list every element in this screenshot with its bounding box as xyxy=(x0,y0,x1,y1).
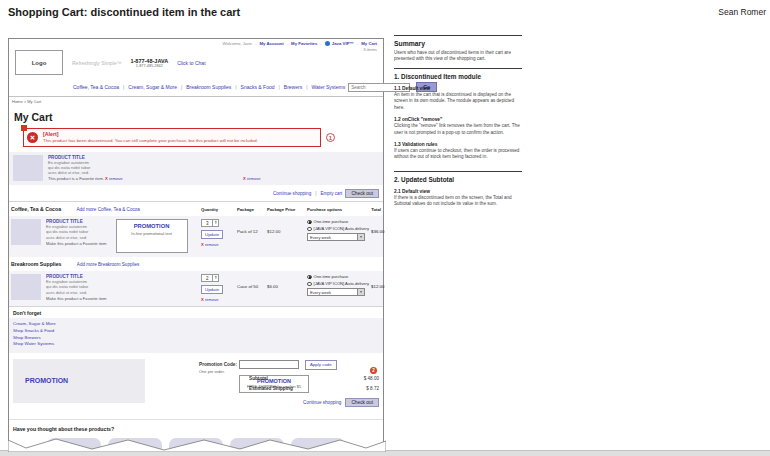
frequency-select[interactable]: Every week ▼ xyxy=(307,288,365,296)
annotation-marker-1: 1 xyxy=(326,133,335,142)
column-purchase-options: Purchase options xyxy=(307,207,369,212)
nav-cream-sugar[interactable]: Cream, Sugar & More xyxy=(128,84,177,90)
nav-snacks-food[interactable]: Snacks & Food xyxy=(241,84,275,90)
cart-wireframe: Welcome, Jane - My Account - My Favorite… xyxy=(8,38,384,442)
column-total: Total xyxy=(371,207,381,212)
shop-brewers-link[interactable]: Shop Brewers xyxy=(13,335,41,340)
divider xyxy=(394,171,522,172)
checkout-button[interactable]: Check out xyxy=(345,189,379,198)
continue-shopping-link[interactable]: Continue shopping xyxy=(303,400,341,405)
summary-intro: Users who have out of discontinued items… xyxy=(394,50,522,63)
quantity-value[interactable]: 2 xyxy=(202,275,212,281)
empty-cart-link[interactable]: Empty cart xyxy=(320,191,342,196)
separator: | xyxy=(315,191,316,196)
remove-x-icon: X xyxy=(243,176,246,181)
nav-brewers[interactable]: Brewers xyxy=(284,84,302,90)
breadcrumb[interactable]: Home > My Cart xyxy=(9,97,383,104)
remove-link-secondary[interactable]: remove xyxy=(247,176,261,181)
logo[interactable]: Logo xyxy=(15,50,63,75)
subtotal-value: $ 48.00 xyxy=(364,376,379,381)
torn-edge xyxy=(8,436,386,452)
auto-delivery-radio[interactable] xyxy=(307,282,312,287)
quantity-stepper[interactable]: 2 ▲ ▼ xyxy=(201,274,219,282)
welcome-text: Welcome, Jane xyxy=(222,41,252,46)
frequency-value: Every week xyxy=(308,235,357,240)
product-desc-line: aces dolut ut etur, sed. xyxy=(46,290,107,295)
spec-page: Shopping Cart: discontinued item in the … xyxy=(0,0,770,456)
shop-snacks-food-link[interactable]: Shop Snacks & Food xyxy=(13,328,54,333)
chevron-down-icon[interactable]: ▼ xyxy=(357,234,364,240)
cart-item-row: PRODUCT TITLE Ex esgtabor autatenim qui … xyxy=(9,216,383,257)
nav-water-systems[interactable]: Water Systems xyxy=(311,84,345,90)
click-to-chat-link[interactable]: Click to Chat xyxy=(177,60,205,66)
shop-cream-sugar-link[interactable]: Cream, Sugar & More xyxy=(13,321,56,326)
favorite-note: This product is a Favorite item. xyxy=(48,176,104,181)
my-cart-link[interactable]: My Cart xyxy=(361,41,377,46)
section-name: Breakroom Supplies xyxy=(11,261,61,267)
annotation-item-label: 1.3 Validation rules xyxy=(394,142,522,147)
continue-shopping-link[interactable]: Continue shopping xyxy=(273,191,311,196)
promo-code-input[interactable] xyxy=(239,360,299,369)
auto-delivery-radio[interactable] xyxy=(307,227,312,232)
update-button[interactable]: Update xyxy=(201,230,223,239)
product-desc-line: aces dolut ut etur, sed. xyxy=(46,235,107,240)
utility-nav: Welcome, Jane - My Account - My Favorite… xyxy=(222,41,377,52)
annotation-item-label: 1.2 onClick "remove" xyxy=(394,117,522,122)
apply-code-button[interactable]: Apply code xyxy=(305,360,337,370)
my-account-link[interactable]: My Account xyxy=(259,41,283,46)
section-header-breakroom: Breakroom Supplies Add more Breakroom Su… xyxy=(9,257,383,269)
separator: | xyxy=(181,84,182,90)
one-time-label: One-time purchase xyxy=(314,219,349,224)
remove-link[interactable]: remove xyxy=(109,176,123,181)
quantity-value[interactable]: 3 xyxy=(202,220,212,226)
annotation-section-heading: 1. Discontinued Item module xyxy=(394,73,522,80)
shop-water-systems-link[interactable]: Shop Water Systems xyxy=(13,341,54,346)
annotation-item-label: 2.1 Default view xyxy=(394,189,522,194)
frequency-select[interactable]: Every week ▼ xyxy=(307,233,365,241)
separator: | xyxy=(235,84,236,90)
nav-coffee-tea-cocoa[interactable]: Coffee, Tea & Cocoa xyxy=(73,84,119,90)
one-time-radio[interactable] xyxy=(307,275,312,280)
update-button[interactable]: Update xyxy=(201,285,223,294)
remove-x-icon: X xyxy=(105,176,108,181)
section-name: Coffee, Tea & Cocoa xyxy=(11,206,61,212)
java-vip-link[interactable]: Java VIP™ xyxy=(332,41,354,46)
package-price-value: $6.00 xyxy=(267,274,305,302)
tagline: Refreshingly Simple™ xyxy=(72,60,121,66)
remove-link[interactable]: remove xyxy=(205,297,219,302)
package-value: Pack of 12 xyxy=(237,219,265,253)
one-time-label: One-time purchase xyxy=(314,274,349,279)
inline-promotion: PROMOTION In-line promotional text xyxy=(116,219,188,253)
promotion-title: PROMOTION xyxy=(25,377,68,384)
alert-flag-icon xyxy=(21,125,27,131)
checkout-button[interactable]: Check out xyxy=(345,398,379,407)
one-time-radio[interactable] xyxy=(307,220,312,225)
product-thumbnail xyxy=(11,219,41,245)
promo-code-label: Promotion Code: xyxy=(199,362,237,367)
frequency-value: Every week xyxy=(308,290,357,295)
auto-delivery-label: [JAVA VIP ICON] Auto-delivery xyxy=(314,226,370,231)
separator: | xyxy=(278,84,279,90)
separator: | xyxy=(123,84,124,90)
remove-x-icon: X xyxy=(201,242,204,247)
quantity-down-icon[interactable]: ▼ xyxy=(214,278,217,281)
chevron-down-icon[interactable]: ▼ xyxy=(357,289,364,295)
my-favorites-link[interactable]: My Favorites xyxy=(291,41,317,46)
make-favorite-link[interactable]: Make this product a Favorite item xyxy=(46,296,107,301)
make-favorite-link[interactable]: Make this product a Favorite item xyxy=(46,241,107,246)
product-thumbnail xyxy=(13,155,43,181)
discontinued-alert: ✕ [Alert] This product has been disconti… xyxy=(23,128,321,147)
column-package: Package xyxy=(237,207,265,212)
separator: - xyxy=(357,41,358,46)
page-title: Shopping Cart: discontinued item in the … xyxy=(8,6,240,18)
quantity-down-icon[interactable]: ▼ xyxy=(214,223,217,226)
remove-link[interactable]: remove xyxy=(205,242,219,247)
quantity-stepper[interactable]: 3 ▲ ▼ xyxy=(201,219,219,227)
divider xyxy=(394,35,522,36)
nav-breakroom-supplies[interactable]: Breakroom Supplies xyxy=(186,84,231,90)
annotation-section-heading: 2. Updated Subtotal xyxy=(394,176,522,183)
add-more-coffee-link[interactable]: Add more Coffee, Tea & Cocoa xyxy=(76,207,139,212)
add-more-breakroom-link[interactable]: Add more Breakroom Supplies xyxy=(77,262,140,267)
promo-code-note: One per order. xyxy=(199,369,225,374)
phone-vanity: 1-877-48-JAVA xyxy=(130,58,168,64)
